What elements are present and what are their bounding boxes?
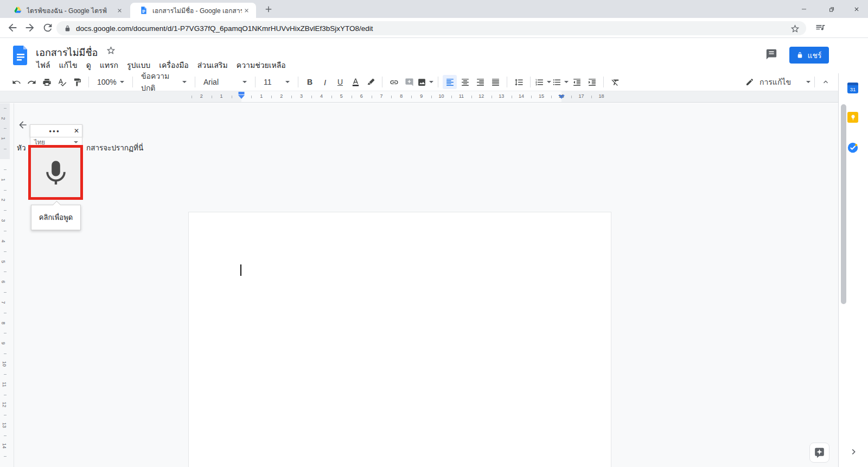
menu-insert[interactable]: แทรก — [95, 58, 123, 72]
ruler-tick — [352, 96, 352, 98]
calendar-day-label: 31 — [850, 86, 856, 92]
menu-edit[interactable]: แก้ไข — [55, 58, 82, 72]
paragraph-style-select-value: ข้อความปกติ — [141, 70, 180, 94]
url-input[interactable]: docs.google.com/document/d/1-P7VG37fQ_6p… — [56, 21, 806, 35]
ruler-number: 7 — [1, 301, 6, 304]
google-keep-icon[interactable] — [847, 112, 858, 123]
share-button[interactable]: แชร์ — [789, 47, 829, 64]
ruler-number: 6 — [360, 93, 363, 99]
dropdown-caret-icon — [74, 141, 78, 143]
vertical-scrollbar[interactable] — [841, 104, 846, 304]
align-left-button[interactable] — [443, 75, 457, 89]
ruler-tick — [4, 436, 7, 436]
ruler-tick — [551, 96, 552, 98]
ruler-tick — [4, 251, 7, 252]
font-family-select[interactable]: Arial — [202, 75, 248, 89]
ruler-number: 7 — [380, 93, 383, 99]
ruler-number: 1 — [260, 93, 263, 99]
window-restore-button[interactable] — [819, 0, 844, 18]
spellcheck-button[interactable] — [55, 75, 69, 89]
first-line-indent-marker[interactable] — [239, 92, 245, 94]
close-icon[interactable]: ✕ — [71, 127, 82, 135]
ruler-tick — [4, 231, 7, 231]
pencil-icon — [745, 78, 754, 86]
menu-addons[interactable]: ส่วนเสริม — [193, 58, 232, 72]
ruler-number: 2 — [200, 93, 203, 99]
print-button[interactable] — [40, 75, 54, 89]
ruler-tick — [4, 292, 7, 293]
redo-button[interactable] — [24, 75, 39, 89]
horizontal-ruler: 21123456789101112131415161718 — [0, 91, 838, 103]
ruler-tick — [451, 96, 452, 98]
bookmark-star-icon[interactable] — [790, 24, 800, 33]
ruler-number: 4 — [320, 93, 323, 99]
ruler-tick — [311, 96, 312, 98]
new-tab-button[interactable] — [264, 4, 273, 14]
editing-mode-select[interactable]: การแก้ไข — [745, 75, 810, 89]
ruler-tick — [471, 96, 472, 98]
tab-close-icon[interactable] — [242, 6, 251, 15]
bold-button[interactable]: B — [303, 75, 317, 89]
menu-file[interactable]: ไฟล์ — [32, 58, 55, 72]
google-tasks-icon[interactable] — [847, 142, 859, 154]
outline-hint-text: หัว — [17, 142, 25, 154]
underline-button[interactable]: U — [333, 75, 347, 89]
browser-refresh-button[interactable] — [42, 22, 54, 34]
window-close-button[interactable] — [844, 0, 868, 18]
align-center-button[interactable] — [458, 75, 472, 89]
document-canvas — [0, 103, 838, 467]
explore-icon — [814, 447, 825, 458]
paragraph-style-select[interactable]: ข้อความปกติ — [140, 75, 188, 89]
menu-view[interactable]: ดู — [82, 58, 95, 72]
menu-help[interactable]: ความช่วยเหลือ — [232, 58, 290, 72]
highlight-color-button[interactable] — [363, 75, 378, 89]
lock-icon — [796, 52, 803, 59]
increase-indent-button[interactable] — [585, 75, 599, 89]
media-controls-icon[interactable] — [815, 22, 826, 33]
tab-close-icon[interactable] — [115, 6, 124, 15]
justify-button[interactable] — [488, 75, 502, 89]
numbered-list-button[interactable] — [535, 75, 551, 89]
ruler-number: 1 — [1, 178, 6, 181]
add-comment-button[interactable] — [402, 75, 416, 89]
text-color-button[interactable] — [348, 75, 362, 89]
bulleted-list-button[interactable] — [552, 75, 569, 89]
left-indent-marker[interactable] — [238, 95, 245, 99]
voice-typing-popup-header[interactable]: ●●● ✕ — [30, 124, 82, 137]
open-comments-icon[interactable] — [765, 48, 777, 60]
ruler-number: 11 — [2, 382, 7, 387]
share-label: แชร์ — [807, 49, 821, 61]
zoom-select[interactable]: 100% — [96, 75, 125, 89]
browser-back-button[interactable] — [7, 22, 18, 34]
insert-link-button[interactable] — [387, 75, 401, 89]
google-drive-favicon — [14, 6, 22, 15]
google-docs-logo[interactable] — [13, 46, 28, 66]
italic-button[interactable]: I — [318, 75, 332, 89]
document-page[interactable] — [188, 212, 611, 467]
tab-google-drive[interactable]: ไดรฟ์ของฉัน - Google ไดรฟ์ — [4, 3, 129, 18]
voice-typing-tooltip: คลิกเพื่อพูด — [31, 205, 81, 230]
more-options-icon[interactable]: ●●● — [30, 129, 71, 134]
google-calendar-icon[interactable]: 31 — [847, 83, 858, 93]
explore-button[interactable] — [809, 443, 829, 463]
close-outline-arrow-icon[interactable] — [17, 119, 28, 130]
tab-google-docs[interactable]: เอกสารไม่มีชื่อ - Google เอกสาร — [130, 3, 256, 18]
collapse-toolbar-button[interactable] — [819, 75, 833, 89]
decrease-indent-button[interactable] — [570, 75, 584, 89]
font-size-select[interactable]: 11 — [263, 75, 291, 89]
browser-forward-button[interactable] — [24, 22, 36, 34]
voice-typing-mic-button[interactable] — [28, 145, 83, 200]
window-minimize-button[interactable] — [792, 0, 816, 18]
toolbar-divider — [530, 77, 531, 87]
hide-side-panel-chevron[interactable] — [848, 446, 859, 457]
toolbar-divider — [195, 77, 195, 87]
align-right-button[interactable] — [473, 75, 487, 89]
paint-format-button[interactable] — [70, 75, 84, 89]
star-document-icon[interactable] — [106, 46, 116, 55]
insert-image-button[interactable] — [417, 75, 433, 89]
undo-button[interactable] — [9, 75, 23, 89]
dropdown-caret-icon — [182, 81, 187, 83]
ruler-number: 15 — [539, 93, 544, 99]
line-spacing-button[interactable] — [512, 75, 526, 89]
clear-formatting-button[interactable] — [608, 75, 622, 89]
